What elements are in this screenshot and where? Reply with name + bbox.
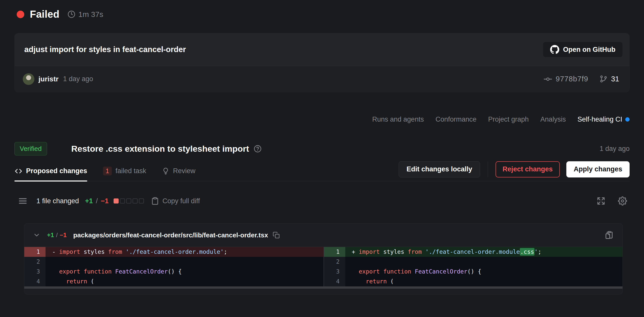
branch-count: 31 xyxy=(611,75,619,83)
diff-stat-square xyxy=(133,198,138,203)
fix-tabs-row: Proposed changes 1 failed task Review Ed… xyxy=(14,161,630,181)
commit-message: adjust import for styles in feat-cancel-… xyxy=(24,45,186,54)
tab-review-label: Review xyxy=(173,167,196,175)
nav-item-analysis[interactable]: Analysis xyxy=(540,116,566,123)
copy-full-diff-button[interactable]: Copy full diff xyxy=(151,197,200,205)
help-icon[interactable] xyxy=(254,145,262,153)
tab-failed-task-label: failed task xyxy=(115,167,146,175)
stat-separator: / xyxy=(94,197,100,205)
copy-path-icon[interactable] xyxy=(273,232,280,239)
commit-hash: 9778b7f9 xyxy=(556,75,588,83)
reject-changes-button[interactable]: Reject changes xyxy=(496,161,560,177)
code-text: - import styles from './feat-cancel-orde… xyxy=(46,247,324,257)
copy-full-diff-label: Copy full diff xyxy=(162,197,200,205)
diff-line-add: 1+ import styles from './feat-cancel-ord… xyxy=(324,247,623,257)
fix-time: 1 day ago xyxy=(599,145,630,153)
git-commit-icon xyxy=(544,75,552,83)
duration-text: 1m 37s xyxy=(78,10,103,19)
file-path: packages/orders/feat-cancel-order/src/li… xyxy=(73,231,268,239)
gear-icon[interactable] xyxy=(618,196,627,206)
tab-failed-task[interactable]: 1 failed task xyxy=(103,161,146,181)
deletions-count: −1 xyxy=(101,197,109,205)
diff-stat-square xyxy=(139,198,144,203)
fix-action-buttons: Edit changes locally Reject changes Appl… xyxy=(399,161,630,177)
clipboard-icon xyxy=(151,197,159,205)
clock-icon xyxy=(68,10,75,18)
diff-line-ctx: 4 return ( xyxy=(324,277,623,286)
menu-icon[interactable] xyxy=(18,196,27,206)
nav-active-label: Self-healing CI xyxy=(577,116,622,123)
failed-task-count-badge: 1 xyxy=(103,167,112,175)
line-number: 4 xyxy=(324,277,345,286)
additions-count: +1 xyxy=(85,197,93,205)
git-branch-icon xyxy=(599,75,608,83)
author-name[interactable]: juristr xyxy=(38,75,58,83)
diff-stat-squares xyxy=(114,198,144,203)
self-healing-ci-page: Failed 1m 37s adjust import for styles i… xyxy=(0,0,644,317)
line-number: 2 xyxy=(324,257,345,267)
workspace-nav: Runs and agents Conformance Project grap… xyxy=(14,113,630,126)
diff-stat-square xyxy=(126,198,131,203)
diff-line-ctx: 2 xyxy=(324,257,623,267)
diff-toolbar: 1 file changed +1 / −1 Copy full diff xyxy=(14,193,630,209)
open-on-github-button[interactable]: Open on GitHub xyxy=(543,42,623,57)
verified-badge: Verified xyxy=(14,142,47,155)
apply-changes-button[interactable]: Apply changes xyxy=(566,161,630,177)
line-number: 4 xyxy=(24,277,46,286)
diff-stat-square xyxy=(114,198,119,203)
branch-count-group: 31 xyxy=(599,75,619,83)
code-text xyxy=(345,257,623,267)
code-text xyxy=(46,257,324,267)
diff-stat-square xyxy=(120,198,125,203)
commit-time: 1 day ago xyxy=(63,75,93,83)
commit-card-title-row: adjust import for styles in feat-cancel-… xyxy=(15,33,629,66)
fix-title: Restore .css extension to stylesheet imp… xyxy=(71,144,249,154)
author-avatar xyxy=(23,73,34,85)
commit-card: adjust import for styles in feat-cancel-… xyxy=(14,33,630,92)
diff-toolbar-right xyxy=(597,196,627,206)
nav-item-project-graph[interactable]: Project graph xyxy=(488,116,529,123)
button-divider xyxy=(488,162,488,177)
code-text: + import styles from './feat-cancel-orde… xyxy=(345,247,623,257)
expand-icon[interactable] xyxy=(597,197,605,205)
clipboard-paste-icon[interactable] xyxy=(605,231,614,240)
code-text: export function FeatCancelOrder() { xyxy=(345,267,623,277)
code-text: return ( xyxy=(345,277,623,286)
diff-line-ctx: 3 export function FeatCancelOrder() { xyxy=(324,267,623,277)
file-additions: +1 xyxy=(47,232,54,239)
diff-card-footer xyxy=(24,289,622,294)
chevron-down-icon[interactable] xyxy=(33,231,40,239)
duration-group: 1m 37s xyxy=(68,10,103,19)
code-text: export function FeatCancelOrder() { xyxy=(46,267,324,277)
diff-line-ctx: 4 return ( xyxy=(24,277,324,286)
fix-heading-row: Verified Restore .css extension to style… xyxy=(14,140,630,157)
tab-proposed-changes[interactable]: Proposed changes xyxy=(14,161,87,181)
line-number: 1 xyxy=(24,247,46,257)
horizontal-scrollbar[interactable] xyxy=(24,286,622,289)
diff-code-area: 1- import styles from './feat-cancel-ord… xyxy=(24,247,622,286)
nav-item-conformance[interactable]: Conformance xyxy=(436,116,477,123)
file-stat-separator: / xyxy=(54,232,60,239)
line-number: 2 xyxy=(24,257,46,267)
lightbulb-icon xyxy=(162,167,169,175)
diff-pane-new: 1+ import styles from './feat-cancel-ord… xyxy=(324,247,623,286)
file-deletions: −1 xyxy=(60,232,67,239)
edit-changes-locally-button[interactable]: Edit changes locally xyxy=(399,161,480,177)
github-icon xyxy=(550,45,559,54)
diff-pane-old: 1- import styles from './feat-cancel-ord… xyxy=(24,247,324,286)
diff-line-ctx: 3 export function FeatCancelOrder() { xyxy=(24,267,324,277)
status-label: Failed xyxy=(30,9,59,20)
files-changed-label: 1 file changed xyxy=(36,197,79,205)
commit-meta-row: juristr 1 day ago 9778b7f9 31 xyxy=(15,66,629,92)
fix-tabs: Proposed changes 1 failed task Review xyxy=(14,161,196,181)
diff-file-header: +1 / −1 packages/orders/feat-cancel-orde… xyxy=(24,223,622,247)
tab-proposed-changes-label: Proposed changes xyxy=(26,167,87,175)
blue-dot-indicator xyxy=(625,117,630,122)
diff-line-ctx: 2 xyxy=(24,257,324,267)
commit-hash-group[interactable]: 9778b7f9 xyxy=(544,75,588,83)
pipeline-status-row: Failed 1m 37s xyxy=(17,0,630,20)
tab-review[interactable]: Review xyxy=(162,161,196,181)
nav-item-runs-and-agents[interactable]: Runs and agents xyxy=(372,116,424,123)
nav-item-self-healing-ci[interactable]: Self-healing CI xyxy=(577,116,630,123)
author-group: juristr 1 day ago xyxy=(23,73,93,85)
